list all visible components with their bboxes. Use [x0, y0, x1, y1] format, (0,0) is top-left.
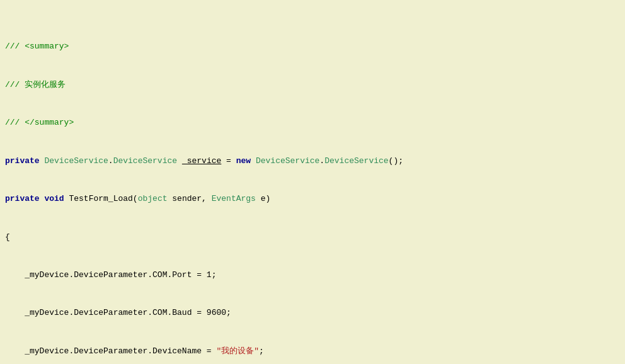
- comment-text: /// <summary>: [5, 42, 69, 51]
- line-3: /// </summary>: [5, 117, 620, 129]
- line-4: private DeviceService.DeviceService _ser…: [5, 155, 620, 168]
- keyword: private: [5, 194, 40, 203]
- keyword: new: [236, 156, 251, 166]
- comment-text: /// 实例化服务: [5, 80, 66, 89]
- keyword: void: [44, 194, 64, 203]
- line-7: _myDevice.DeviceParameter.COM.Port = 1;: [5, 269, 620, 282]
- line-8: _myDevice.DeviceParameter.COM.Baud = 960…: [5, 307, 620, 319]
- line-9: _myDevice.DeviceParameter.DeviceName = "…: [5, 345, 620, 358]
- keyword: private: [5, 156, 40, 166]
- type-name: DeviceService: [324, 156, 388, 166]
- line-1: /// <summary>: [5, 40, 620, 53]
- type-name: EventArgs: [212, 194, 256, 203]
- code-editor: /// <summary> /// 实例化服务 /// </summary> p…: [0, 0, 625, 364]
- type-name: DeviceService: [113, 156, 177, 166]
- line-5: private void TestForm_Load(object sender…: [5, 193, 620, 205]
- type-name: object: [138, 194, 168, 203]
- line-6: {: [5, 231, 620, 244]
- type-name: DeviceService: [256, 156, 319, 166]
- line-2: /// 实例化服务: [5, 79, 620, 91]
- comment-text: /// </summary>: [5, 118, 74, 127]
- type-name: DeviceService: [44, 156, 108, 166]
- string-value: "我的设备": [216, 346, 259, 356]
